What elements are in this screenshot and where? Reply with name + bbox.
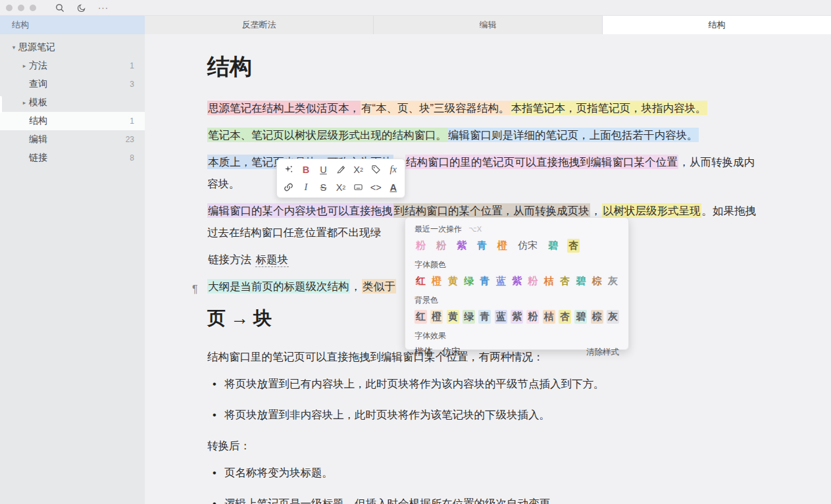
font-color-orange[interactable]: 橙 [430, 274, 443, 288]
highlight-span: 结构窗口的里的笔记页可以直接拖拽到编辑窗口某个位置 [405, 155, 678, 169]
recent-swatch-teal[interactable]: 碧 [547, 239, 559, 253]
sidebar-item-label: 链接 [29, 152, 47, 164]
selected-doc-edge-marker [0, 96, 2, 113]
keyboard-icon[interactable] [349, 179, 367, 196]
bullet-icon: • [207, 404, 224, 426]
font-effect-label: 字体效果 [415, 330, 619, 341]
bg-color-orange[interactable]: 橙 [430, 310, 443, 324]
highlight-span: 笔记本、笔记页以树状层级形式出现的结构窗口。 [207, 128, 447, 142]
sidebar-item-fangfa[interactable]: ▸ 方法 1 [0, 57, 145, 75]
sidebar-item-notebook[interactable]: ▾ 思源笔记 [0, 38, 145, 57]
chevron-down-icon[interactable]: ▾ [9, 44, 18, 51]
tab-jiegou-active[interactable]: 结构 [603, 16, 831, 34]
font-color-apricot[interactable]: 杏 [559, 274, 571, 288]
highlight-span: 大纲是当前页的标题级次结构 [207, 279, 350, 293]
sidebar-item-jiegou-selected[interactable]: 结构 1 [0, 112, 145, 130]
strikethrough-button[interactable]: S [315, 179, 332, 196]
font-color-pink[interactable]: 粉 [526, 274, 539, 288]
recent-swatch-orange[interactable]: 橙 [496, 239, 509, 253]
zoom-window-button[interactable] [30, 5, 36, 11]
recent-swatch-row: 粉 粉 紫 青 橙 仿宋 碧 杏 [415, 239, 619, 253]
highlight-span: 本指笔记本，页指笔记页，块指内容块。 [511, 101, 707, 115]
bg-color-red[interactable]: 红 [415, 310, 427, 324]
font-color-green[interactable]: 绿 [463, 274, 475, 288]
minimize-window-button[interactable] [18, 5, 24, 11]
font-color-brown[interactable]: 棕 [591, 274, 603, 288]
bg-color-cyan[interactable]: 青 [478, 310, 491, 324]
bg-color-teal[interactable]: 碧 [574, 310, 587, 324]
close-window-button[interactable] [6, 5, 13, 11]
doc-title: 结构 [207, 54, 760, 80]
doc-count: 1 [130, 116, 134, 126]
font-color-tangerine[interactable]: 桔 [543, 274, 555, 288]
list-item: • 逻辑上笔记页是一级标题，但插入时会根据所在位置的级次自动变更。 [207, 493, 760, 504]
recent-swatch-fangsong[interactable]: 仿宋 [516, 239, 539, 253]
clear-style-button[interactable]: 清除样式 [586, 347, 619, 358]
ai-sparkles-icon[interactable] [280, 161, 297, 178]
chevron-right-icon[interactable]: ▸ [20, 63, 29, 69]
tag-icon[interactable] [367, 161, 385, 178]
chevron-right-icon[interactable]: ▸ [20, 99, 29, 106]
link-icon[interactable] [280, 179, 297, 196]
superscript-main: X [336, 182, 343, 193]
font-color-yellow[interactable]: 黄 [447, 274, 459, 288]
effect-fangsong-button[interactable]: 仿宋 [442, 346, 461, 358]
paragraph-8: 转换后： [207, 435, 760, 457]
text-span: ， [590, 203, 603, 218]
search-icon[interactable] [53, 2, 66, 14]
bullet-list-1: • 将页块放置到已有内容块上，此时页块将作为该内容块的平级节点插入到下方。 • … [207, 373, 760, 426]
inline-math-button[interactable]: fx [384, 161, 402, 178]
recent-operation-label: 最近一次操作 [415, 224, 462, 235]
bold-button[interactable]: B [297, 161, 315, 178]
recent-swatch-apricot-bg[interactable]: 杏 [567, 239, 580, 253]
bg-color-brown[interactable]: 棕 [591, 310, 603, 324]
recent-swatch-cyan[interactable]: 青 [476, 239, 488, 253]
bg-color-yellow[interactable]: 黄 [447, 310, 459, 324]
font-color-blue[interactable]: 蓝 [495, 274, 507, 288]
block-ref-link[interactable]: 标题块 [255, 252, 290, 267]
bg-color-blue[interactable]: 蓝 [495, 310, 507, 324]
bullet-icon: • [207, 373, 224, 395]
superscript-button[interactable]: X2 [332, 179, 350, 196]
bg-color-purple[interactable]: 紫 [511, 310, 523, 324]
text-appearance-button[interactable]: A [384, 179, 402, 196]
inline-code-button[interactable]: <> [367, 179, 385, 196]
font-color-red[interactable]: 红 [415, 274, 427, 288]
paragraph-2: 笔记本、笔记页以树状层级形式出现的结构窗口。编辑窗口则是详细的笔记页，上面包括若… [207, 124, 760, 146]
italic-button[interactable]: I [297, 179, 315, 196]
sidebar-item-bianji[interactable]: 编辑 23 [0, 130, 145, 149]
highlight-pen-icon[interactable] [332, 161, 350, 178]
bg-color-tangerine[interactable]: 桔 [543, 310, 555, 324]
bg-color-apricot[interactable]: 杏 [559, 310, 571, 324]
font-color-cyan[interactable]: 青 [478, 274, 491, 288]
highlight-span: 编辑窗口则是详细的笔记页，上面包括若干内容块。 [447, 128, 699, 142]
tab-bianji[interactable]: 编辑 [374, 16, 603, 34]
subscript-button[interactable]: X2 [349, 161, 367, 178]
tab-fanlongduanfa[interactable]: 反垄断法 [145, 16, 374, 34]
sidebar-item-lianjie[interactable]: 链接 8 [0, 149, 145, 167]
bg-color-gray[interactable]: 灰 [607, 310, 619, 324]
doc-count: 23 [126, 135, 134, 144]
font-color-purple[interactable]: 紫 [511, 274, 523, 288]
highlight-span: 以树状层级形式呈现 [602, 203, 701, 218]
recent-swatch-purple[interactable]: 紫 [455, 239, 468, 253]
sidebar-item-chaxun[interactable]: 查询 3 [0, 75, 145, 93]
more-icon[interactable]: ··· [97, 2, 110, 14]
bg-color-green[interactable]: 绿 [463, 310, 475, 324]
list-item-text: 逻辑上笔记页是一级标题，但插入时会根据所在位置的级次自动变更。 [224, 493, 561, 504]
sidebar-item-moban[interactable]: ▸ 模板 [0, 93, 145, 112]
moon-dark-mode-icon[interactable] [75, 2, 88, 14]
text-span: 链接方法 [207, 252, 255, 266]
bg-color-row: 红 橙 黄 绿 青 蓝 紫 粉 桔 杏 碧 棕 灰 [415, 310, 619, 324]
font-color-label: 字体颜色 [415, 259, 619, 270]
bg-color-pink[interactable]: 粉 [526, 310, 539, 324]
font-color-gray[interactable]: 灰 [607, 274, 619, 288]
doc-tree-header-label: 结构 [12, 19, 29, 31]
recent-swatch-pink2[interactable]: 粉 [435, 239, 447, 253]
underline-button[interactable]: U [315, 161, 332, 178]
recent-swatch-pink[interactable]: 粉 [415, 239, 427, 253]
effect-kaiti-button[interactable]: 楷体 [415, 346, 433, 358]
doc-tree-header[interactable]: 结构 [0, 16, 145, 34]
sidebar-item-label: 查询 [29, 78, 47, 90]
font-color-teal[interactable]: 碧 [574, 274, 587, 288]
